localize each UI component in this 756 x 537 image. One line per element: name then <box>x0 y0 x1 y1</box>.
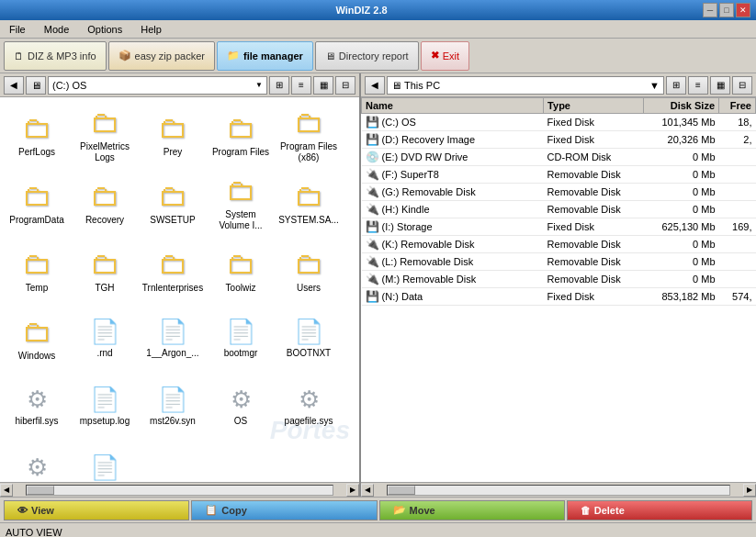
list-item[interactable]: 🗀PerfLogs <box>4 101 70 167</box>
view-button[interactable]: 👁 View <box>4 500 189 520</box>
list-item[interactable]: 🗀Program Files <box>208 101 274 167</box>
drive-label: Removable Disk <box>401 239 474 250</box>
list-item[interactable]: 🗀System Volume I... <box>208 169 274 235</box>
folder-icon: 🗀 <box>90 247 119 281</box>
col-type[interactable]: Type <box>544 98 644 114</box>
computer-icon: 🖥 <box>391 80 401 91</box>
copy-button[interactable]: 📋 Copy <box>191 500 377 520</box>
left-scroll-thumb[interactable] <box>27 486 54 495</box>
left-scroll-right[interactable]: ▶ <box>346 484 359 497</box>
maximize-button[interactable]: □ <box>719 3 734 17</box>
right-nav-back[interactable]: ◀ <box>365 76 385 95</box>
drive-free <box>719 201 756 218</box>
list-item[interactable]: 📄mst26v.syn <box>140 373 206 439</box>
list-item[interactable]: 📄BOOTNXT <box>276 305 342 371</box>
left-view-btn4[interactable]: ⊟ <box>335 76 355 95</box>
right-scroll-left[interactable]: ◀ <box>361 484 374 497</box>
right-scroll-track[interactable] <box>387 485 730 496</box>
col-name[interactable]: Name <box>362 98 544 114</box>
table-row[interactable]: 💾 (C:) OS Fixed Disk 101,345 Mb 18, <box>362 114 756 131</box>
list-item[interactable]: 🗀Prey <box>140 101 206 167</box>
table-row[interactable]: 🔌 (G:) Removable Disk Removable Disk 0 M… <box>362 184 756 201</box>
table-row[interactable]: 💾 (N:) Data Fixed Disk 853,182 Mb 574, <box>362 288 756 306</box>
tab-exit[interactable]: ✖ Exit <box>421 41 469 71</box>
delete-button[interactable]: 🗑 Delete <box>567 500 752 520</box>
left-nav-computer[interactable]: 🖥 <box>26 76 46 95</box>
right-scroll-right[interactable]: ▶ <box>743 484 756 497</box>
right-path-combo[interactable]: 🖥 This PC ▼ <box>387 76 664 95</box>
list-item[interactable]: ⚙hiberfil.sys <box>4 373 70 439</box>
right-scroll-thumb[interactable] <box>388 486 415 495</box>
tab-filemanager[interactable]: 📁 file manager <box>217 41 313 71</box>
delete-icon: 🗑 <box>581 505 591 516</box>
list-item[interactable]: 🗀PixelMetrics Logs <box>72 101 138 167</box>
left-view-btn1[interactable]: ⊞ <box>269 76 289 95</box>
table-row[interactable]: 🔌 (M:) Removable Disk Removable Disk 0 M… <box>362 271 756 288</box>
list-item[interactable]: 🗀Program Files (x86) <box>276 101 342 167</box>
list-item[interactable]: 📄bootmgr <box>208 305 274 371</box>
drive-size: 0 Mb <box>644 271 719 288</box>
tab-zip[interactable]: 📦 easy zip packer <box>108 41 215 71</box>
menu-mode[interactable]: Mode <box>39 22 75 37</box>
drive-icon: 🔌 <box>366 168 379 181</box>
right-view-btn4[interactable]: ⊟ <box>732 76 752 95</box>
list-item[interactable]: ⚙pagefile.sys <box>276 373 342 439</box>
left-scrollbar[interactable]: ◀ ▶ <box>0 482 359 497</box>
list-item[interactable]: 🗀Temp <box>4 237 70 303</box>
table-row[interactable]: 🔌 (H:) Kindle Removable Disk 0 Mb <box>362 201 756 218</box>
menu-options[interactable]: Options <box>82 22 128 37</box>
close-button[interactable]: ✕ <box>736 3 750 17</box>
table-row[interactable]: 💿 (E:) DVD RW Drive CD-ROM Disk 0 Mb <box>362 149 756 166</box>
folder-icon: 🗀 <box>22 315 51 349</box>
list-item[interactable]: 📄.rnd <box>72 305 138 371</box>
list-item[interactable]: 🗀SYSTEM.SA... <box>276 169 342 235</box>
left-nav-back[interactable]: ◀ <box>4 76 24 95</box>
file-label: SYSTEM.SA... <box>278 215 339 226</box>
list-item[interactable]: 🗀ProgramData <box>4 169 70 235</box>
minimize-button[interactable]: ─ <box>703 3 717 17</box>
move-button[interactable]: 📂 Move <box>379 500 565 520</box>
table-row[interactable]: 💾 (D:) Recovery Image Fixed Disk 20,326 … <box>362 131 756 149</box>
list-item[interactable]: 📄mpsetup.log <box>72 373 138 439</box>
list-item[interactable]: 📄__Argon_... <box>72 441 138 482</box>
tab-directory[interactable]: 🖥 Directory report <box>315 41 419 71</box>
drive-size: 0 Mb <box>644 236 719 253</box>
left-scroll-left[interactable]: ◀ <box>0 484 13 497</box>
menu-help[interactable]: Help <box>135 22 167 37</box>
drive-size: 0 Mb <box>644 184 719 201</box>
file-label: TGH <box>95 283 114 294</box>
list-item[interactable]: 📄1__Argon_... <box>140 305 206 371</box>
list-item[interactable]: ⚙swapfile.sys <box>4 441 70 482</box>
app-icon <box>6 3 20 17</box>
app-title: WinDIZ 2.8 <box>20 5 703 16</box>
list-item[interactable]: 🗀Recovery <box>72 169 138 235</box>
table-row[interactable]: 💾 (I:) Storage Fixed Disk 625,130 Mb 169… <box>362 218 756 236</box>
left-view-btn2[interactable]: ≡ <box>291 76 311 95</box>
list-item[interactable]: 🗀Toolwiz <box>208 237 274 303</box>
list-item[interactable]: 🗀SWSETUP <box>140 169 206 235</box>
col-free[interactable]: Free <box>719 98 756 114</box>
table-row[interactable]: 🔌 (K:) Removable Disk Removable Disk 0 M… <box>362 236 756 253</box>
right-view-btn2[interactable]: ≡ <box>688 76 708 95</box>
tab-diz[interactable]: 🗒 DIZ & MP3 info <box>4 41 107 71</box>
drive-icon: 🔌 <box>366 238 379 251</box>
table-row[interactable]: 🔌 (F:) SuperT8 Removable Disk 0 Mb <box>362 166 756 184</box>
folder-icon: 🗀 <box>158 247 187 281</box>
right-scrollbar[interactable]: ◀ ▶ <box>361 482 756 497</box>
list-item[interactable]: 🗀Users <box>276 237 342 303</box>
drive-letter: (H:) <box>382 204 399 215</box>
file-label: Temp <box>26 283 48 294</box>
right-view-btn1[interactable]: ⊞ <box>666 76 686 95</box>
table-row[interactable]: 🔌 (L:) Removable Disk Removable Disk 0 M… <box>362 253 756 271</box>
right-view-btn3[interactable]: ▦ <box>710 76 730 95</box>
col-size[interactable]: Disk Size <box>644 98 719 114</box>
left-view-btn3[interactable]: ▦ <box>313 76 333 95</box>
left-scroll-track[interactable] <box>26 485 333 496</box>
list-item[interactable]: 🗀Trnlenterprises <box>140 237 206 303</box>
list-item[interactable]: 🗀Windows <box>4 305 70 371</box>
file-label: bootmgr <box>224 348 258 359</box>
menu-file[interactable]: File <box>4 22 31 37</box>
left-path-combo[interactable]: (C:) OS ▼ <box>48 76 267 95</box>
list-item[interactable]: 🗀TGH <box>72 237 138 303</box>
list-item[interactable]: ⚙OS <box>208 373 274 439</box>
